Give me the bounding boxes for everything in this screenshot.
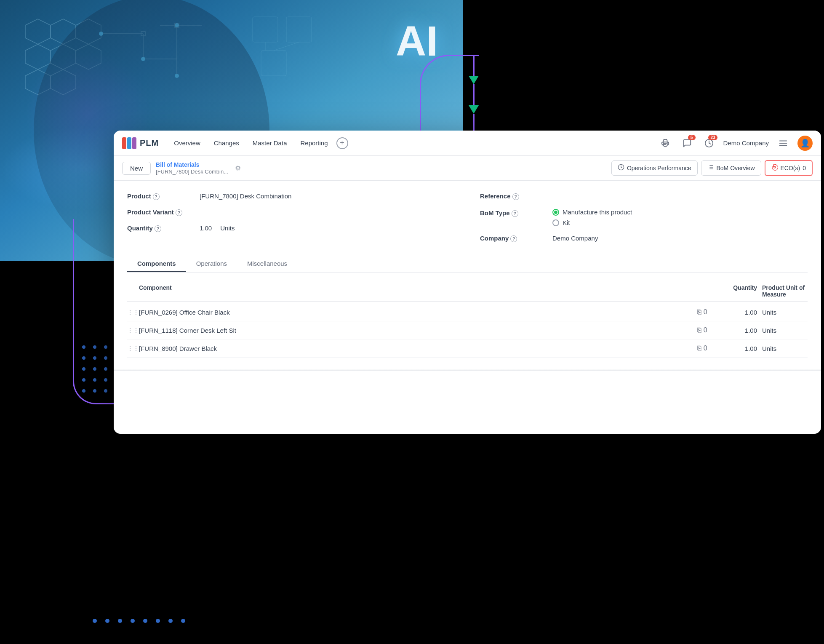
- logo-icon: [122, 137, 136, 149]
- row-2-copy-icon[interactable]: ⎘ 0: [690, 326, 715, 334]
- company-help[interactable]: ?: [510, 235, 517, 242]
- bom-type-help[interactable]: ?: [512, 210, 518, 217]
- dot-row-bottom: [93, 619, 185, 623]
- settings-icon-button[interactable]: [776, 136, 791, 151]
- clock-small-icon: [618, 164, 624, 172]
- eco-count: 0: [803, 165, 806, 171]
- content-area: Product? [FURN_7800] Desk Combination Pr…: [114, 181, 821, 369]
- clock-badge: 23: [708, 135, 717, 140]
- row-2-uom: Units: [757, 327, 808, 334]
- action-bar: New Bill of Materials [FURN_7800] Desk C…: [114, 156, 821, 181]
- variant-help[interactable]: ?: [176, 209, 182, 216]
- table-row: ⋮⋮ [FURN_8900] Drawer Black ⎘ 0 1.00 Uni…: [127, 339, 808, 358]
- radio-manufacture-inner: [554, 211, 557, 214]
- eco-gear-icon: [771, 164, 778, 172]
- row-2-quantity: 1.00: [715, 327, 757, 334]
- chat-icon-button[interactable]: 5: [680, 136, 695, 151]
- content-footer: [114, 369, 821, 371]
- row-3-uom: Units: [757, 345, 808, 352]
- tab-operations[interactable]: Operations: [186, 256, 237, 272]
- nav-links: Overview Changes Master Data Reporting +: [169, 137, 348, 149]
- logo-square-purple: [132, 137, 136, 149]
- nav-master-data[interactable]: Master Data: [248, 137, 292, 149]
- row-1-quantity: 1.00: [715, 309, 757, 316]
- breadcrumb-subtitle: [FURN_7800] Desk Combin...: [156, 168, 228, 175]
- svg-point-35: [774, 166, 776, 168]
- copy-icon-1: ⎘: [697, 308, 701, 315]
- drag-handle-2[interactable]: ⋮⋮: [127, 327, 139, 334]
- avatar-icon: 👤: [800, 139, 810, 148]
- row-3-copy-icon[interactable]: ⎘ 0: [690, 345, 715, 352]
- quantity-row: Quantity? 1.00 Units: [127, 224, 455, 232]
- reference-help[interactable]: ?: [512, 193, 519, 200]
- logo-text: PLM: [140, 138, 159, 148]
- form-left-col: Product? [FURN_7800] Desk Combination Pr…: [127, 192, 455, 242]
- company-name: Demo Company: [723, 139, 769, 147]
- reference-label: Reference?: [480, 192, 547, 200]
- breadcrumb: Bill of Materials [FURN_7800] Desk Combi…: [156, 161, 228, 175]
- operations-performance-button[interactable]: Operations Performance: [611, 160, 698, 176]
- bom-type-row: BoM Type? Manufacture this product Kit: [480, 208, 808, 226]
- product-value: [FURN_7800] Desk Combination: [200, 192, 291, 200]
- col-drag-header: [127, 284, 139, 298]
- nav-reporting[interactable]: Reporting: [295, 137, 333, 149]
- product-help[interactable]: ?: [153, 193, 160, 200]
- copy-icon-3: ⎘: [697, 345, 701, 352]
- row-1-component: [FURN_0269] Office Chair Black: [139, 309, 690, 316]
- ai-text-decoration: AI: [396, 17, 438, 65]
- row-2-component: [FURN_1118] Corner Desk Left Sit: [139, 327, 690, 334]
- company-row: Company? Demo Company: [480, 235, 808, 242]
- product-variant-row: Product Variant?: [127, 208, 455, 216]
- product-row: Product? [FURN_7800] Desk Combination: [127, 192, 455, 200]
- clock-icon-button[interactable]: 23: [701, 136, 717, 151]
- bom-type-manufacture-label: Manufacture this product: [563, 208, 632, 216]
- row-3-quantity: 1.00: [715, 345, 757, 352]
- col-copy-header: [690, 284, 715, 298]
- nav-overview[interactable]: Overview: [169, 137, 205, 149]
- bom-overview-button[interactable]: BoM Overview: [701, 160, 761, 176]
- tabs-bar: Components Operations Miscellaneous: [127, 256, 808, 273]
- navbar: PLM Overview Changes Master Data Reporti…: [114, 131, 821, 156]
- eco-button[interactable]: ECO(s) 0: [765, 160, 813, 176]
- row-1-copy-icon[interactable]: ⎘ 0: [690, 308, 715, 316]
- bom-type-label: BoM Type?: [480, 208, 547, 217]
- drag-handle-3[interactable]: ⋮⋮: [127, 345, 139, 352]
- new-button[interactable]: New: [122, 162, 151, 175]
- table-header: Component Quantity Product Unit of Measu…: [127, 281, 808, 302]
- bom-type-kit-label: Kit: [563, 219, 570, 226]
- tab-components[interactable]: Components: [127, 256, 186, 272]
- nav-changes[interactable]: Changes: [209, 137, 244, 149]
- plm-window: PLM Overview Changes Master Data Reporti…: [114, 131, 821, 434]
- quantity-value: 1.00: [200, 224, 212, 232]
- row-2-copy-count: 0: [704, 326, 707, 334]
- copy-icon-2: ⎘: [697, 326, 701, 334]
- col-component-header: Component: [139, 284, 690, 298]
- quantity-help[interactable]: ?: [155, 225, 161, 232]
- bug-icon-button[interactable]: [658, 136, 673, 151]
- form-grid: Product? [FURN_7800] Desk Combination Pr…: [127, 192, 808, 242]
- row-3-copy-count: 0: [704, 345, 707, 352]
- reference-row: Reference?: [480, 192, 808, 200]
- tab-miscellaneous[interactable]: Miscellaneous: [237, 256, 297, 272]
- col-quantity-header: Quantity: [715, 284, 757, 298]
- left-curve-connector: [73, 219, 119, 404]
- form-settings-gear[interactable]: ⚙: [235, 164, 241, 172]
- breadcrumb-title[interactable]: Bill of Materials: [156, 161, 228, 168]
- bom-type-manufacture[interactable]: Manufacture this product: [552, 208, 632, 216]
- drag-handle-1[interactable]: ⋮⋮: [127, 309, 139, 315]
- row-1-copy-count: 0: [704, 308, 707, 315]
- bom-overview-label: BoM Overview: [717, 165, 755, 171]
- bom-type-options: Manufacture this product Kit: [552, 208, 632, 226]
- radio-manufacture-circle[interactable]: [552, 209, 559, 216]
- nav-plus-button[interactable]: +: [336, 137, 348, 149]
- avatar[interactable]: 👤: [797, 136, 813, 151]
- logo-square-red: [122, 137, 126, 149]
- quantity-label: Quantity?: [127, 224, 195, 232]
- radio-kit-circle[interactable]: [552, 219, 559, 226]
- action-bar-right: Operations Performance BoM Overview: [611, 160, 813, 176]
- product-label: Product?: [127, 192, 195, 200]
- quantity-value-group: 1.00 Units: [200, 224, 235, 232]
- logo: PLM: [122, 137, 159, 149]
- bom-type-kit[interactable]: Kit: [552, 219, 632, 226]
- eco-label: ECO(s): [781, 165, 800, 171]
